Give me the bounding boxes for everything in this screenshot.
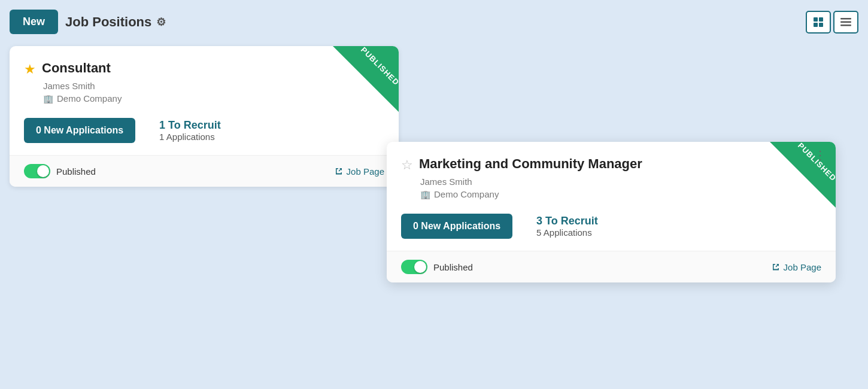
job-card-marketing: PUBLISHED ⋮ ☆ Marketing and Community Ma… (387, 142, 836, 282)
svg-rect-4 (840, 18, 851, 20)
card-menu-button-2[interactable]: ⋮ (814, 149, 826, 161)
recruit-info-1: 1 To Recruit 1 Applications (159, 119, 221, 142)
page-title-text: Job Positions (65, 14, 151, 30)
cards-container: PUBLISHED ★ Consultant James Smith 🏢 Dem… (10, 46, 858, 187)
kanban-view-button[interactable] (806, 11, 831, 34)
job-page-link-1[interactable]: Job Page (335, 166, 384, 177)
card-footer-2: Published Job Page (387, 251, 836, 282)
external-link-icon-2 (772, 263, 780, 271)
recruit-info-2: 3 To Recruit 5 Applications (536, 215, 598, 238)
job-card-consultant: PUBLISHED ★ Consultant James Smith 🏢 Dem… (10, 46, 399, 187)
to-recruit-1: 1 To Recruit (159, 119, 221, 132)
page-title: Job Positions ⚙ (65, 14, 166, 30)
published-label-2: Published (433, 262, 473, 272)
external-link-icon-1 (335, 167, 343, 175)
card-actions-2: 0 New Applications 3 To Recruit 5 Applic… (401, 214, 821, 239)
new-applications-button-1[interactable]: 0 New Applications (24, 118, 135, 143)
applications-count-1: 1 Applications (159, 132, 221, 142)
card-title-row-1: ★ Consultant (24, 60, 384, 77)
new-applications-button-2[interactable]: 0 New Applications (401, 214, 512, 239)
svg-rect-3 (819, 23, 823, 27)
to-recruit-2: 3 To Recruit (536, 215, 598, 227)
card-title-row-2: ☆ Marketing and Community Manager (401, 156, 821, 173)
applications-count-2: 5 Applications (536, 227, 598, 238)
svg-rect-6 (840, 25, 851, 26)
kanban-icon (813, 17, 824, 28)
published-label-1: Published (56, 166, 96, 177)
company-name-1: 🏢 Demo Company (43, 93, 384, 104)
card-body-2: ☆ Marketing and Community Manager James … (387, 142, 836, 251)
person-name-2: James Smith (420, 177, 821, 187)
page-header: New Job Positions ⚙ (10, 10, 858, 34)
published-toggle-2[interactable] (401, 260, 427, 274)
company-name-2: 🏢 Demo Company (420, 189, 821, 199)
svg-rect-5 (840, 21, 851, 23)
building-icon-2: 🏢 (420, 190, 430, 199)
job-title-2: Marketing and Community Manager (419, 156, 642, 172)
card-body-1: ★ Consultant James Smith 🏢 Demo Company … (10, 46, 399, 155)
star-icon-1[interactable]: ★ (24, 62, 36, 77)
new-button[interactable]: New (10, 10, 58, 34)
published-toggle-1[interactable] (24, 164, 50, 178)
job-title-1: Consultant (42, 60, 111, 76)
toggle-row-2: Published (401, 260, 473, 274)
star-icon-2[interactable]: ☆ (401, 157, 413, 173)
toggle-row-1: Published (24, 164, 96, 178)
view-toggle (806, 11, 858, 34)
card-footer-1: Published Job Page (10, 155, 399, 187)
gear-icon[interactable]: ⚙ (156, 16, 166, 29)
job-page-link-2[interactable]: Job Page (772, 262, 821, 272)
svg-rect-2 (814, 23, 818, 27)
building-icon-1: 🏢 (43, 94, 53, 104)
svg-rect-0 (814, 17, 818, 22)
svg-rect-1 (819, 17, 823, 22)
person-name-1: James Smith (43, 81, 384, 91)
list-icon (840, 18, 851, 26)
card-actions-1: 0 New Applications 1 To Recruit 1 Applic… (24, 118, 384, 143)
list-view-button[interactable] (833, 11, 858, 34)
header-left: New Job Positions ⚙ (10, 10, 166, 34)
